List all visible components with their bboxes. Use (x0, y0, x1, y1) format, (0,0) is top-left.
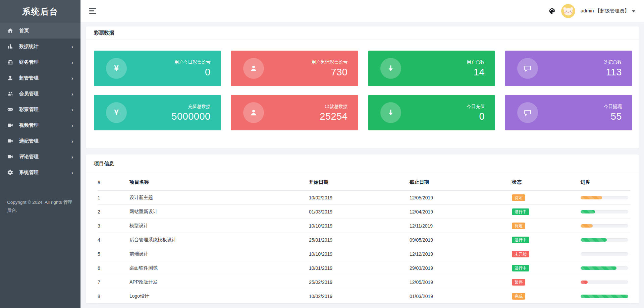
cell-num: 2 (98, 205, 129, 219)
cell-status: 待定 (512, 219, 581, 233)
progress-bar (581, 295, 628, 298)
cell-num: 3 (98, 219, 129, 233)
column-header: 状态 (512, 173, 581, 191)
stat-value: 730 (312, 67, 348, 78)
sidebar-item-lottery[interactable]: 彩票管理› (0, 102, 80, 117)
stat-card: 出款总数据25254 (231, 95, 358, 130)
stat-label: 出款总数据 (320, 104, 347, 110)
progress-bar (581, 196, 628, 199)
cell-start: 10/02/2019 (309, 191, 410, 205)
stat-card: 用户累计彩票盈亏730 (231, 51, 358, 86)
cell-status: 暂停 (512, 275, 581, 289)
cell-progress (581, 219, 630, 233)
sidebar-item-label: 财务管理 (19, 59, 39, 65)
user-menu[interactable]: admin 【超级管理员】 (581, 8, 635, 14)
sidebar-item-label: 彩票管理 (19, 106, 39, 113)
stat-label: 今日提现 (604, 104, 622, 110)
table-row: 7APP改版开发25/02/201912/05/2019暂停 (98, 275, 630, 289)
chevron-right-icon: › (71, 75, 73, 81)
progress-bar (581, 224, 628, 228)
cell-status: 进行中 (512, 261, 581, 275)
sidebar-item-xuanfei[interactable]: 选妃管理› (0, 133, 80, 149)
chevron-right-icon: › (71, 170, 73, 175)
sidebar-item-stats[interactable]: 数据统计› (0, 39, 80, 54)
projects-section-title: 项目信息 (86, 155, 639, 173)
status-badge: 暂停 (512, 279, 525, 286)
cell-name: 桌面软件测试 (129, 261, 309, 275)
cell-end: 12/12/2019 (410, 247, 512, 261)
column-header: 项目名称 (129, 173, 309, 191)
table-row: 3模型设计10/10/201912/11/2019待定 (98, 219, 630, 233)
home-icon (7, 27, 13, 34)
cell-num: 4 (98, 233, 129, 247)
progress-bar (581, 281, 628, 284)
cell-end: 12/05/2019 (410, 191, 512, 205)
sidebar: 系统后台 首页数据统计›财务管理›超管管理›会员管理›彩票管理›视频管理›选妃管… (0, 0, 80, 308)
sidebar-item-label: 会员管理 (19, 90, 39, 97)
stats-section-title: 彩票数据 (86, 26, 639, 40)
sidebar-item-label: 首页 (19, 27, 29, 34)
progress-bar (581, 210, 628, 213)
progress-bar (581, 266, 628, 270)
cell-num: 1 (98, 191, 129, 205)
cell-name: APP改版开发 (129, 275, 309, 289)
person-icon (243, 102, 264, 123)
cell-progress (581, 233, 630, 247)
theme-palette-icon[interactable] (548, 7, 556, 15)
stat-value: 55 (604, 111, 622, 122)
topbar: admin 【超级管理员】 (80, 0, 644, 22)
cell-end: 29/03/2019 (410, 261, 512, 275)
yen-icon: ¥ (106, 58, 127, 79)
cell-start: 10/02/2019 (309, 289, 410, 303)
cell-status: 完成 (512, 289, 581, 303)
chevron-right-icon: › (71, 154, 73, 160)
sidebar-item-system[interactable]: 系统管理› (0, 165, 80, 180)
stat-label: 用户今日彩票盈亏 (174, 59, 211, 65)
sidebar-item-label: 系统管理 (19, 169, 39, 176)
table-row: 5前端设计10/10/201912/12/2019未开始 (98, 247, 630, 261)
status-badge: 进行中 (512, 265, 529, 271)
menu-toggle-icon[interactable] (89, 8, 97, 14)
cell-progress (581, 191, 630, 205)
stat-card: ¥充值总数据5000000 (94, 95, 221, 130)
table-row: 6桌面软件测试10/01/201929/03/2019进行中 (98, 261, 630, 275)
cell-start: 10/10/2019 (309, 219, 410, 233)
cell-num: 6 (98, 261, 129, 275)
chevron-right-icon: › (71, 122, 73, 128)
projects-table-body: 1设计新主题10/02/201912/05/2019待定2网站重新设计01/03… (98, 191, 630, 303)
column-header: # (98, 173, 129, 191)
projects-table: #项目名称开始日期截止日期状态进度 1设计新主题10/02/201912/05/… (98, 173, 630, 303)
sidebar-item-video[interactable]: 视频管理› (0, 117, 80, 133)
lottery-stats-card: 彩票数据 ¥用户今日彩票盈亏0用户累计彩票盈亏730用户总数14选妃总数113¥… (86, 26, 639, 148)
chevron-right-icon: › (71, 59, 73, 65)
stat-card: 今日充值0 (368, 95, 495, 130)
sidebar-item-finance[interactable]: 财务管理› (0, 54, 80, 70)
chat-icon (517, 58, 538, 79)
cell-name: 模型设计 (129, 219, 309, 233)
stat-card: 用户总数14 (368, 51, 495, 86)
avatar[interactable] (561, 4, 575, 18)
sidebar-item-comments[interactable]: 评论管理› (0, 149, 80, 165)
sidebar-item-members[interactable]: 会员管理› (0, 86, 80, 102)
arrow-down-icon (380, 58, 401, 79)
cell-end: 12/04/2019 (410, 205, 512, 219)
stat-value: 0 (174, 67, 211, 78)
sidebar-item-home[interactable]: 首页 (0, 23, 80, 39)
cell-progress (581, 205, 630, 219)
cell-end: 12/11/2019 (410, 219, 512, 233)
video-icon (7, 153, 13, 160)
cell-start: 10/01/2019 (309, 261, 410, 275)
chevron-right-icon: › (71, 107, 73, 112)
cell-num: 8 (98, 289, 129, 303)
sidebar-item-superadmin[interactable]: 超管管理› (0, 70, 80, 86)
progress-bar (581, 252, 628, 256)
sidebar-nav: 首页数据统计›财务管理›超管管理›会员管理›彩票管理›视频管理›选妃管理›评论管… (0, 23, 80, 180)
cell-status: 待定 (512, 191, 581, 205)
app-title: 系统后台 (0, 0, 80, 23)
gamepad-icon (7, 106, 13, 113)
video-icon (7, 138, 13, 144)
stat-label: 用户累计彩票盈亏 (312, 59, 348, 65)
chat-icon (517, 102, 538, 123)
table-header-row: #项目名称开始日期截止日期状态进度 (98, 173, 630, 191)
cell-num: 7 (98, 275, 129, 289)
